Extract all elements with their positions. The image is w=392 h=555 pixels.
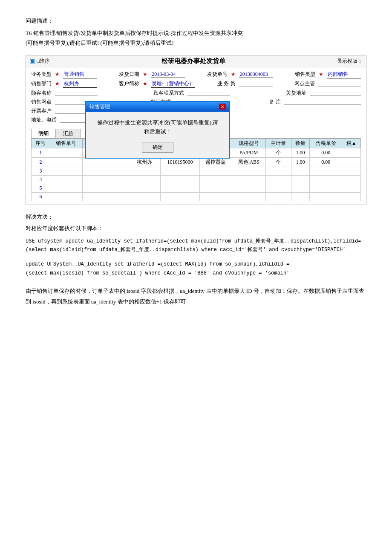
col-seq: 序号 — [32, 139, 50, 148]
table-cell[interactable] — [232, 192, 265, 201]
table-cell[interactable] — [291, 175, 310, 184]
table-row[interactable]: 2杭州办1010195000遥控器盖黑色 ABS个1.000.00 — [32, 157, 361, 167]
table-cell[interactable]: 0.00 — [310, 148, 342, 157]
modal-close-button[interactable]: ✕ — [219, 104, 226, 110]
delivery-no-value: 20130304003 — [239, 71, 273, 78]
table-cell[interactable] — [291, 184, 310, 192]
table-cell[interactable]: 5 — [32, 184, 50, 192]
customer-name-value[interactable] — [55, 90, 98, 96]
table-cell[interactable]: 1.00 — [291, 157, 310, 167]
address-phone-label: 地址、电话 — [31, 116, 57, 124]
solution-label: 解决方法： — [26, 212, 366, 222]
form-icon: ▣ — [29, 58, 35, 65]
table-cell[interactable]: 6 — [32, 192, 50, 201]
table-cell[interactable] — [310, 167, 342, 175]
table-cell[interactable] — [342, 148, 361, 157]
table-cell[interactable] — [291, 192, 310, 201]
table-row[interactable]: 6 — [32, 192, 361, 201]
table-cell[interactable] — [199, 192, 232, 201]
table-cell[interactable]: 1010195000 — [161, 157, 200, 167]
table-cell[interactable]: 遥控器盖 — [199, 157, 232, 167]
table-cell[interactable] — [128, 192, 161, 201]
table-cell[interactable] — [265, 192, 291, 201]
business-type-label: 业务类型 — [31, 71, 52, 78]
table-cell[interactable]: 2 — [32, 157, 50, 167]
table-row[interactable]: 4 — [32, 175, 361, 184]
table-cell[interactable] — [161, 192, 200, 201]
table-cell[interactable] — [50, 175, 82, 184]
sort-checkbox-label[interactable]: □降序 — [37, 58, 50, 65]
table-cell[interactable] — [50, 148, 82, 157]
remark-label: 备 注 — [269, 98, 281, 106]
table-cell[interactable] — [310, 184, 342, 192]
table-cell[interactable] — [161, 167, 200, 175]
sales-dept-label: 销售部门 — [31, 80, 52, 87]
col-spec: 规格型号 — [232, 139, 265, 148]
table-cell[interactable] — [310, 175, 342, 184]
table-cell[interactable]: 黑色 ABS — [232, 157, 265, 167]
business-type-value: 普通销售 — [63, 71, 97, 78]
network-mgr-value[interactable] — [318, 81, 361, 87]
sort-checkbox-area: ▣ □降序 — [29, 58, 50, 65]
table-cell[interactable] — [265, 184, 291, 192]
table-cell[interactable]: 个 — [265, 148, 291, 157]
remark-value[interactable] — [284, 99, 361, 105]
table-cell[interactable] — [82, 184, 128, 192]
code-block-2: update UFSystem..UA_Identity set iFather… — [26, 260, 366, 278]
delivery-addr-value[interactable] — [310, 90, 361, 96]
table-cell[interactable] — [199, 175, 232, 184]
table-cell[interactable] — [128, 167, 161, 175]
table-cell[interactable]: 1 — [32, 148, 50, 157]
table-cell[interactable]: 3 — [32, 167, 50, 175]
table-row[interactable]: 5 — [32, 184, 361, 192]
table-cell[interactable] — [232, 175, 265, 184]
code-block-1: USE ufsystem update ua_identity set ifat… — [26, 237, 366, 254]
table-cell[interactable] — [265, 175, 291, 184]
table-cell[interactable] — [50, 167, 82, 175]
sales-type-value: 内部销售 — [327, 71, 361, 78]
table-cell[interactable] — [161, 175, 200, 184]
customer-contact-value[interactable] — [187, 90, 230, 96]
form-row-2: 销售部门 ★ 杭州办 客户简称 ★ 昊晗-（营销中心） 业 务 员 网点主管 — [31, 80, 361, 88]
table-cell[interactable]: PA/POM — [232, 148, 265, 157]
table-cell[interactable] — [199, 184, 232, 192]
tab-detail[interactable]: 明细 — [31, 129, 56, 138]
table-cell[interactable] — [342, 192, 361, 201]
table-cell[interactable] — [82, 167, 128, 175]
table-cell[interactable]: 个 — [265, 157, 291, 167]
table-cell[interactable]: 0.00 — [310, 157, 342, 167]
explanation: 由于销售订单保存的时候，订单子表中的 isosid 字段都会根据，ua_iden… — [26, 286, 366, 307]
table-cell[interactable] — [199, 167, 232, 175]
table-cell[interactable] — [50, 157, 82, 167]
table-cell[interactable] — [232, 184, 265, 192]
table-cell[interactable]: 1.00 — [291, 148, 310, 157]
table-cell[interactable] — [82, 175, 128, 184]
table-cell[interactable] — [50, 184, 82, 192]
table-cell[interactable] — [342, 175, 361, 184]
salesman-value[interactable] — [239, 81, 273, 87]
modal-ok-button[interactable]: 确定 — [142, 142, 173, 153]
form-title: 松研电器办事处发货单 — [50, 57, 337, 65]
table-cell[interactable] — [342, 157, 361, 167]
tab-summary[interactable]: 汇总 — [56, 129, 81, 138]
table-cell[interactable] — [291, 167, 310, 175]
table-cell[interactable] — [82, 192, 128, 201]
table-cell[interactable] — [50, 192, 82, 201]
problem-label: 问题描述： — [26, 17, 366, 25]
table-cell[interactable] — [342, 184, 361, 192]
modal-dialog: 销售管理 ✕ 操作过程中发生资源共享冲突(可能单据号重复),请稍后重试！ 确定 — [85, 101, 230, 159]
table-cell[interactable]: 4 — [32, 175, 50, 184]
table-row[interactable]: 3 — [32, 167, 361, 175]
modal-title: 销售管理 — [89, 103, 110, 110]
table-cell[interactable] — [232, 167, 265, 175]
table-cell[interactable] — [82, 157, 128, 167]
table-cell[interactable] — [265, 167, 291, 175]
table-cell[interactable]: 杭州办 — [128, 157, 161, 167]
table-cell[interactable] — [128, 175, 161, 184]
table-cell[interactable] — [161, 184, 200, 192]
table-cell[interactable] — [342, 167, 361, 175]
table-cell[interactable] — [310, 192, 342, 201]
delivery-no-label: 发货单号 — [207, 71, 228, 78]
table-cell[interactable] — [128, 184, 161, 192]
delivery-date-label: 发货日期 — [119, 71, 139, 78]
